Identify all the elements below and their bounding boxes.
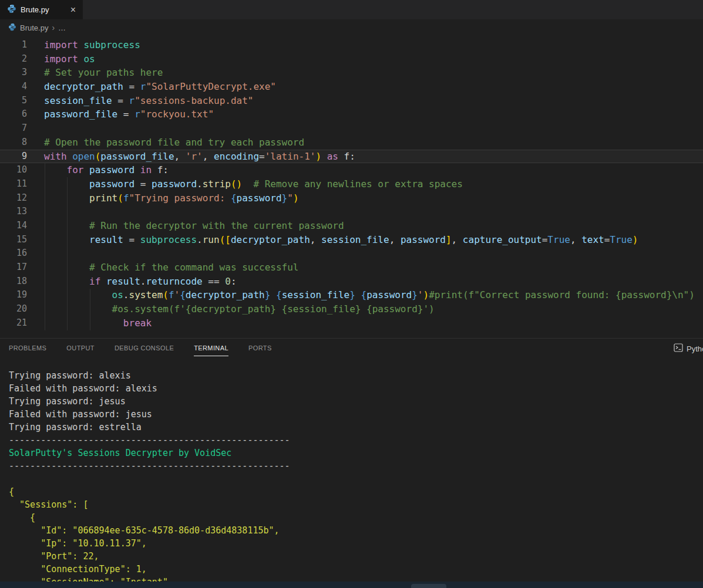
code-line-content: [27, 246, 44, 261]
code-line-content: result = subprocess.run([decryptor_path,…: [27, 233, 638, 247]
line-number: 6: [0, 107, 27, 121]
terminal-icon: [674, 343, 683, 354]
line-number: 12: [0, 191, 27, 205]
terminal-line: [9, 472, 703, 485]
code-line-content: [27, 121, 44, 136]
breadcrumb-more[interactable]: …: [58, 23, 66, 32]
terminal-line: "Ip": "10.10.11.37",: [9, 537, 703, 550]
line-number: 9: [0, 150, 27, 164]
code-line[interactable]: 7: [0, 121, 703, 136]
code-line-content: # Open the password file and try each pa…: [27, 136, 304, 150]
line-number: 4: [0, 80, 27, 94]
terminal-line: Failed with password: jesus: [9, 408, 703, 421]
code-line-content: session_file = r"sessions-backup.dat": [27, 94, 253, 108]
breadcrumb: Brute.py › …: [0, 19, 703, 36]
code-line[interactable]: 21 break: [0, 316, 703, 330]
tab-title: Brute.py: [21, 5, 49, 14]
code-line[interactable]: 10 for password in f:: [0, 163, 703, 177]
bottom-panel: PROBLEMSOUTPUTDEBUG CONSOLETERMINALPORTS…: [0, 338, 703, 588]
code-line-content: [27, 205, 44, 219]
terminal-line: Failed with password: alexis: [9, 382, 703, 395]
line-number: 18: [0, 275, 27, 289]
python-file-icon-small: [8, 23, 16, 33]
code-line[interactable]: 9with open(password_file, 'r', encoding=…: [0, 150, 703, 164]
terminal-launcher[interactable]: Python: [670, 339, 703, 359]
panel-tab-output[interactable]: OUTPUT: [66, 341, 95, 356]
code-line-content: import subprocess: [27, 38, 140, 52]
code-line[interactable]: 3# Set your paths here: [0, 66, 703, 80]
code-line[interactable]: 5session_file = r"sessions-backup.dat": [0, 94, 703, 108]
terminal-line: Trying password: jesus: [9, 395, 703, 408]
code-line[interactable]: 8# Open the password file and try each p…: [0, 136, 703, 150]
terminal-line: ----------------------------------------…: [9, 459, 703, 472]
code-lines: 1import subprocess2import os3# Set your …: [0, 38, 703, 330]
code-line-content: # Run the decryptor with the current pas…: [27, 219, 344, 233]
terminal-line: {: [9, 511, 703, 524]
code-editor[interactable]: 1import subprocess2import os3# Set your …: [0, 36, 703, 338]
code-line[interactable]: 17 # Check if the command was successful: [0, 261, 703, 275]
panel-tab-ports[interactable]: PORTS: [248, 341, 272, 356]
drag-handle[interactable]: [411, 584, 446, 588]
code-line-content: # Check if the command was successful: [27, 261, 298, 275]
line-number: 20: [0, 302, 27, 316]
terminal-line: "Sessions": [: [9, 498, 703, 511]
panel-tab-bar: PROBLEMSOUTPUTDEBUG CONSOLETERMINALPORTS…: [0, 339, 703, 359]
panel-tab-terminal[interactable]: TERMINAL: [194, 341, 228, 356]
terminal-output[interactable]: Trying password: alexisFailed with passw…: [0, 359, 703, 588]
code-line[interactable]: 4decryptor_path = r"SolarPuttyDecrypt.ex…: [0, 80, 703, 94]
code-line[interactable]: 12 print(f"Trying password: {password}"): [0, 191, 703, 205]
code-line[interactable]: 19 os.system(f'{decryptor_path} {session…: [0, 288, 703, 302]
line-number: 5: [0, 94, 27, 108]
line-number: 17: [0, 261, 27, 275]
line-number: 2: [0, 52, 27, 66]
indent-guide: [45, 163, 45, 330]
line-number: 7: [0, 121, 27, 136]
panel-tab-debug-console[interactable]: DEBUG CONSOLE: [115, 341, 174, 356]
launcher-label: Python: [687, 344, 703, 353]
code-line-content: # Set your paths here: [27, 66, 163, 80]
tab-bar: Brute.py ×: [0, 0, 703, 19]
line-number: 1: [0, 38, 27, 52]
terminal-line: "Id": "066894ee-635c-4578-86d0-d36d48381…: [9, 524, 703, 537]
code-line[interactable]: 2import os: [0, 52, 703, 66]
chevron-right-icon: ›: [52, 23, 55, 32]
line-number: 3: [0, 66, 27, 80]
line-number: 11: [0, 177, 27, 191]
code-line-content: os.system(f'{decryptor_path} {session_fi…: [27, 288, 695, 302]
code-line-content: if result.returncode == 0:: [27, 275, 237, 289]
line-number: 8: [0, 136, 27, 150]
code-line-content: password_file = r"rockyou.txt": [27, 107, 214, 121]
breadcrumb-file[interactable]: Brute.py: [20, 23, 48, 32]
code-line[interactable]: 18 if result.returncode == 0:: [0, 275, 703, 289]
code-line[interactable]: 20 #os.system(f'{decryptor_path} {sessio…: [0, 302, 703, 316]
terminal-line: SolarPutty's Sessions Decrypter by VoidS…: [9, 447, 703, 459]
code-line-content: with open(password_file, 'r', encoding='…: [27, 150, 355, 164]
code-line[interactable]: 15 result = subprocess.run([decryptor_pa…: [0, 233, 703, 247]
line-number: 16: [0, 246, 27, 261]
code-line-content: decryptor_path = r"SolarPuttyDecrypt.exe…: [27, 80, 276, 94]
editor-tab-brute-py[interactable]: Brute.py ×: [0, 0, 83, 19]
code-line-content: #os.system(f'{decryptor_path} {session_f…: [27, 302, 435, 316]
terminal-line: "ConnectionType": 1,: [9, 563, 703, 576]
code-line[interactable]: 16: [0, 246, 703, 261]
line-number: 21: [0, 316, 27, 330]
terminal-line: {: [9, 485, 703, 498]
python-file-icon: [7, 4, 16, 16]
terminal-line: Trying password: alexis: [9, 369, 703, 382]
code-line[interactable]: 6password_file = r"rockyou.txt": [0, 107, 703, 121]
bottom-strip: [0, 582, 703, 588]
indent-guide: [67, 177, 68, 330]
code-line[interactable]: 13: [0, 205, 703, 219]
line-number: 15: [0, 233, 27, 247]
tab-close-icon[interactable]: ×: [69, 5, 77, 15]
code-line[interactable]: 11 password = password.strip() # Remove …: [0, 177, 703, 191]
indent-guide: [90, 289, 90, 330]
code-line-content: for password in f:: [27, 163, 169, 177]
code-line-content: import os: [27, 52, 95, 66]
panel-tab-problems[interactable]: PROBLEMS: [9, 341, 46, 356]
code-line[interactable]: 1import subprocess: [0, 38, 703, 52]
terminal-line: Trying password: estrella: [9, 421, 703, 434]
code-line[interactable]: 14 # Run the decryptor with the current …: [0, 219, 703, 233]
code-line-content: print(f"Trying password: {password}"): [27, 191, 299, 205]
code-line-content: password = password.strip() # Remove any…: [27, 177, 463, 191]
